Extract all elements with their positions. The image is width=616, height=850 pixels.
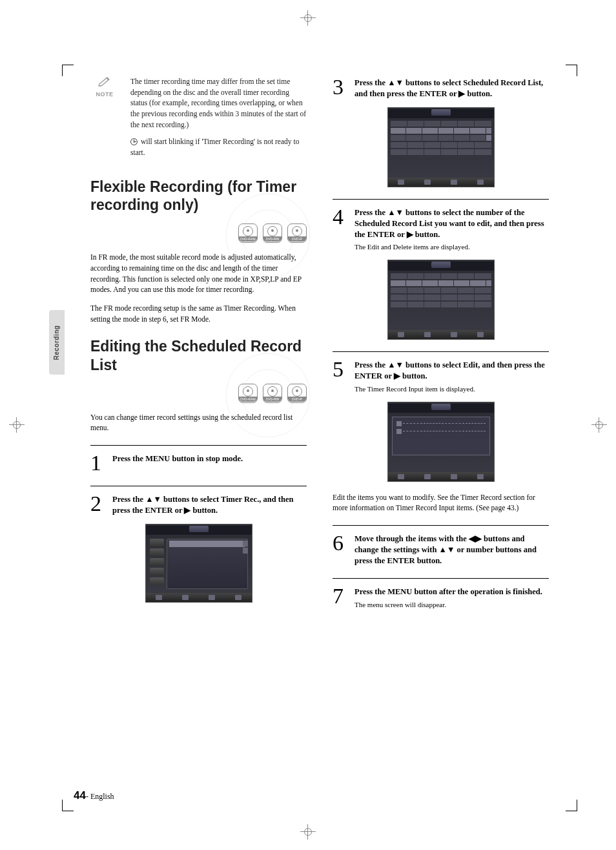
step-3: 3 Press the ▲▼ buttons to select Schedul…	[333, 76, 549, 99]
step-number: 4	[333, 206, 348, 252]
page-lang: - English	[86, 792, 114, 801]
step-number: 1	[90, 452, 106, 474]
step-5: 5 Press the ▲▼ buttons to select Edit, a…	[333, 358, 549, 394]
crop-mark	[566, 800, 577, 811]
disc-badges: DVD-RAM DVD-RW DVD-R	[90, 223, 307, 243]
disc-badge-r: DVD-R	[287, 223, 307, 243]
crop-mark	[62, 65, 74, 76]
note-body: The timer recording time may differ from…	[130, 76, 307, 165]
disc-badges-2: DVD-RAM DVD-RW DVD-R	[90, 384, 307, 403]
right-column: 3 Press the ▲▼ buttons to select Schedul…	[333, 76, 549, 614]
note-block: NOTE The timer recording time may differ…	[90, 76, 307, 165]
ui-screenshot-menu	[145, 524, 252, 603]
step-4: 4 Press the ▲▼ buttons to select the num…	[333, 206, 549, 252]
separator	[333, 578, 549, 579]
section-title-flexible: Flexible Recording (for Timer recording …	[90, 178, 307, 215]
step-1: 1 Press the MENU button in stop mode.	[90, 452, 307, 474]
step-7-text: Press the MENU button after the operatio…	[354, 585, 542, 610]
disc-badge-r: DVD-R	[287, 384, 307, 403]
disc-badge-ram: DVD-RAM	[238, 223, 258, 243]
step-7-note: The menu screen will disappear.	[354, 600, 542, 610]
ui-screenshot-list	[387, 107, 495, 187]
step-5-note: The Timer Record Input item is displayed…	[354, 384, 549, 394]
separator	[333, 351, 549, 352]
content-columns: NOTE The timer recording time may differ…	[90, 76, 549, 614]
step-3-text: Press the ▲▼ buttons to select Scheduled…	[354, 76, 549, 99]
step-2: 2 Press the ▲▼ buttons to select Timer R…	[90, 493, 307, 516]
step-number: 5	[333, 358, 348, 394]
step-number: 7	[333, 585, 348, 610]
disc-badge-ram: DVD-RAM	[238, 384, 258, 403]
step-5-text: Press the ▲▼ buttons to select Edit, and…	[354, 358, 549, 394]
step-1-text: Press the MENU button in stop mode.	[112, 452, 243, 474]
registration-mark-left	[9, 417, 25, 433]
registration-mark-bottom	[300, 824, 316, 840]
step-6-text: Move through the items with the ◀▶ butto…	[354, 532, 549, 566]
disc-badge-rw: DVD-RW	[263, 223, 282, 243]
step-4-text: Press the ▲▼ buttons to select the numbe…	[354, 206, 549, 252]
note-p1: The timer recording time may differ from…	[130, 76, 307, 130]
separator	[333, 199, 549, 200]
ui-screenshot-list-edit	[387, 260, 495, 340]
flexible-section: Flexible Recording (for Timer recording …	[90, 178, 307, 215]
flexible-p1: In FR mode, the most suitable record mod…	[90, 252, 307, 295]
step-number: 3	[333, 76, 348, 99]
registration-mark-right	[591, 417, 607, 433]
note-label: NOTE	[90, 91, 119, 98]
clock-icon	[130, 138, 138, 145]
registration-mark-top	[300, 10, 316, 26]
separator	[333, 525, 549, 526]
page-number: 44	[74, 789, 86, 802]
sidebar-label: Recording	[54, 325, 61, 360]
separator	[90, 445, 307, 446]
editing-intro: You can change timer record settings usi…	[90, 412, 307, 433]
step-7: 7 Press the MENU button after the operat…	[333, 585, 549, 610]
step-6: 6 Move through the items with the ◀▶ but…	[333, 532, 549, 566]
ui-screenshot-input	[387, 402, 495, 482]
note-icon-box: NOTE	[90, 76, 119, 165]
step-4-note: The Edit and Delete items are displayed.	[354, 242, 549, 252]
editing-section: Editing the Scheduled Record List	[90, 337, 307, 375]
sidebar-tab-recording: Recording	[49, 310, 65, 375]
page: Recording NOTE The timer recording time …	[0, 0, 616, 850]
step-2-text: Press the ▲▼ buttons to select Timer Rec…	[112, 493, 307, 516]
crop-mark	[566, 65, 577, 76]
step-5-para: Edit the items you want to modify. See t…	[333, 492, 549, 513]
left-column: NOTE The timer recording time may differ…	[90, 76, 307, 614]
pencil-icon	[90, 76, 119, 90]
section-title-editing: Editing the Scheduled Record List	[90, 337, 307, 375]
step-number: 2	[90, 493, 106, 516]
flexible-p2: The FR mode recording setup is the same …	[90, 303, 307, 324]
step-number: 6	[333, 532, 348, 566]
separator	[90, 486, 307, 486]
crop-mark	[62, 800, 74, 811]
disc-badge-rw: DVD-RW	[263, 384, 282, 403]
page-footer: 44- English	[74, 789, 114, 802]
note-p2: will start blinking if 'Timer Recording'…	[130, 136, 307, 158]
